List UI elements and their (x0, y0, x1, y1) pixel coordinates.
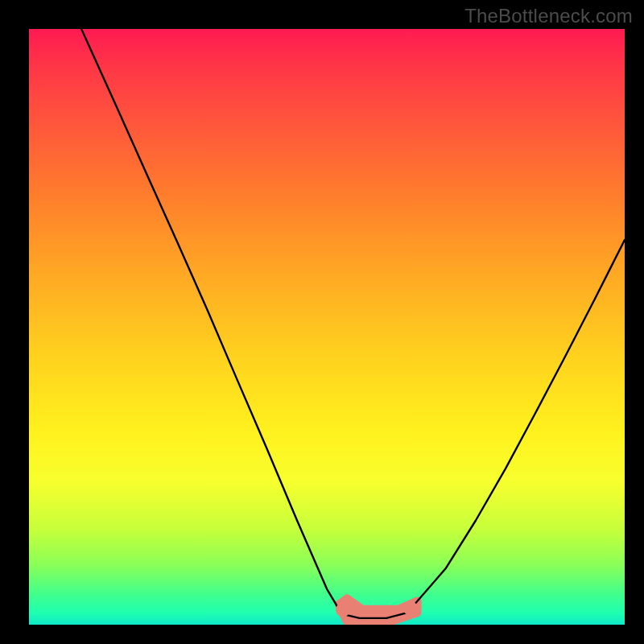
plot-area (29, 29, 625, 625)
marker-dot-right (403, 601, 418, 615)
chart-frame: TheBottleneck.com (0, 0, 644, 644)
watermark-text: TheBottleneck.com (464, 5, 633, 27)
marker-dot-left (336, 603, 350, 617)
curve-layer (29, 29, 625, 625)
main-curve (81, 29, 625, 618)
